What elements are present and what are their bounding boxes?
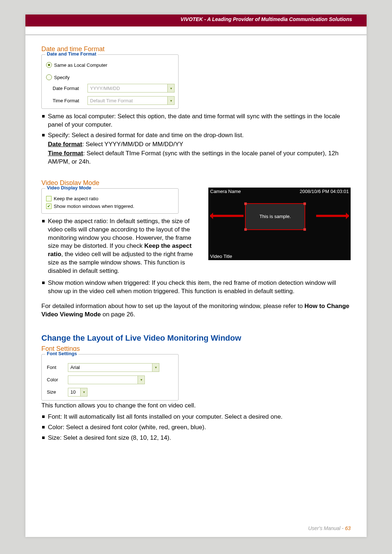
list-item: Show motion window when triggered: If yo… (41, 279, 351, 296)
list-item: Font: It will automatically list all fon… (41, 413, 351, 421)
color-label: Color (47, 377, 65, 382)
time-format-note: Time format: Select default TIme Format … (41, 149, 351, 166)
cb-aspect-row[interactable]: Keep the aspect ratio (46, 196, 175, 201)
video-bullets-left: Keep the aspect ratio: In default settin… (41, 217, 197, 276)
video-left-col: Video Display Mode Keep the aspect ratio… (41, 187, 197, 276)
radio-specify-row[interactable]: Specify (46, 74, 175, 80)
radio-same-row[interactable]: Same as Local Computer (46, 62, 175, 68)
time-format-row: Time Format Default Time Format ▾ (53, 96, 175, 105)
video-flex: Video Display Mode Keep the aspect ratio… (41, 187, 351, 276)
font-label: Font (47, 365, 65, 370)
video-para-a: For detailed information about how to se… (41, 303, 305, 309)
arrow-right-icon (316, 215, 349, 217)
video-bullets-full: Show motion window when triggered: If yo… (41, 279, 351, 296)
list-item: Same as local computer: Select this opti… (41, 112, 351, 129)
cb-motion-label: Show motion windows when triggered. (54, 204, 134, 209)
size-value: 10 (68, 389, 80, 395)
motion-window: This is sample. (245, 203, 305, 230)
checkbox-aspect[interactable] (46, 196, 52, 201)
list-item: Color: Select a desired font color (whit… (41, 423, 351, 432)
chevron-down-icon[interactable]: ▾ (138, 376, 144, 384)
chevron-down-icon[interactable]: ▾ (80, 388, 87, 396)
font-settings-fieldset: Font Settings Font Arial ▾ Color ▾ Size … (41, 354, 179, 401)
resize-handle (244, 228, 247, 231)
date-format-row: Date Format YYYY/MM/DD ▾ (53, 84, 175, 93)
radio-specify-label: Specify (54, 75, 70, 80)
content: Date and time Format Date and Time Forma… (25, 35, 367, 464)
list-item: Keep the aspect ratio: In default settin… (41, 217, 197, 276)
resize-handle (303, 202, 306, 205)
font-bullets: Font: It will automatically list all fon… (41, 413, 351, 442)
time-format-rest: : Select default TIme Format (sync with … (48, 150, 339, 165)
radio-same-label: Same as Local Computer (54, 62, 107, 68)
font-value: Arial (68, 365, 152, 370)
page: VIVOTEK - A Leading Provider of Multimed… (25, 15, 367, 537)
date-format-value: YYYY/MM/DD (88, 86, 167, 91)
keep-aspect-c: , the video cell will be adjusted to the… (48, 251, 193, 274)
specify-lead: Specify: Select a desired format for dat… (48, 132, 244, 139)
video-sample: Camera Name 2008/10/6 PM 04:03:01 This i… (208, 188, 351, 260)
color-dropdown[interactable]: ▾ (68, 376, 145, 384)
header-stripe: VIVOTEK - A Leading Provider of Multimed… (25, 15, 367, 26)
chevron-down-icon[interactable]: ▾ (167, 84, 174, 92)
page-footer: User's Manual - 63 (308, 525, 351, 531)
list-item: Size: Selet a desired font size (8, 10, … (41, 434, 351, 442)
sample-video-title: Video Title (210, 254, 232, 259)
font-intro: This function allows you to change the f… (41, 402, 351, 409)
footer-label: User's Manual - (308, 525, 345, 531)
size-label: Size (47, 389, 65, 395)
chevron-down-icon[interactable]: ▾ (152, 364, 159, 372)
video-display-legend: Video Display Mode (45, 185, 93, 190)
date-format-label: Date Format (53, 86, 85, 91)
video-display-fieldset: Video Display Mode Keep the aspect ratio… (41, 188, 179, 214)
video-para-c: on page 26. (101, 311, 135, 318)
footer-page: 63 (345, 525, 351, 531)
radio-same-local[interactable] (46, 62, 52, 68)
time-format-u: Time format (48, 150, 83, 157)
video-para: For detailed information about how to se… (41, 302, 351, 319)
date-format-u: Date format (48, 141, 82, 148)
date-bullets: Same as local computer: Select this opti… (41, 112, 351, 140)
checkbox-motion[interactable]: ✔ (46, 204, 52, 209)
time-format-dropdown[interactable]: Default Time Format ▾ (87, 96, 175, 105)
font-row: Font Arial ▾ (47, 363, 175, 372)
resize-handle (244, 202, 247, 205)
chevron-down-icon[interactable]: ▾ (167, 97, 174, 104)
cb-motion-row[interactable]: ✔ Show motion windows when triggered. (46, 204, 175, 209)
layout-heading: Change the Layout of Live Video Monitori… (41, 333, 351, 343)
list-item: Specify: Select a desired format for dat… (41, 131, 351, 140)
date-time-fieldset: Date and Time Format Same as Local Compu… (41, 54, 179, 109)
date-format-rest: : Select YYYY/MM/DD or MM/DD/YY (82, 141, 183, 148)
date-format-dropdown[interactable]: YYYY/MM/DD ▾ (87, 84, 175, 93)
size-row: Size 10 ▾ (47, 388, 175, 397)
arrow-left-icon (210, 215, 244, 217)
date-time-legend: Date and Time Format (45, 51, 98, 57)
size-dropdown[interactable]: 10 ▾ (68, 388, 87, 397)
sample-timestamp: 2008/10/6 PM 04:03:01 (300, 189, 349, 194)
sample-center: This is sample. (260, 214, 291, 219)
date-format-note: Date format: Select YYYY/MM/DD or MM/DD/… (41, 140, 351, 149)
font-section-title: Font Settings (41, 345, 351, 353)
cb-aspect-label: Keep the aspect ratio (54, 196, 98, 201)
sample-camera-name: Camera Name (210, 189, 241, 194)
header-brand: VIVOTEK - A Leading Provider of Multimed… (180, 16, 352, 22)
color-row: Color ▾ (47, 376, 175, 384)
font-settings-legend: Font Settings (45, 351, 78, 356)
time-format-label: Time Format (53, 98, 85, 103)
font-dropdown[interactable]: Arial ▾ (68, 363, 159, 372)
radio-specify[interactable] (46, 74, 52, 80)
resize-handle (303, 228, 306, 231)
time-format-value: Default Time Format (88, 98, 167, 103)
